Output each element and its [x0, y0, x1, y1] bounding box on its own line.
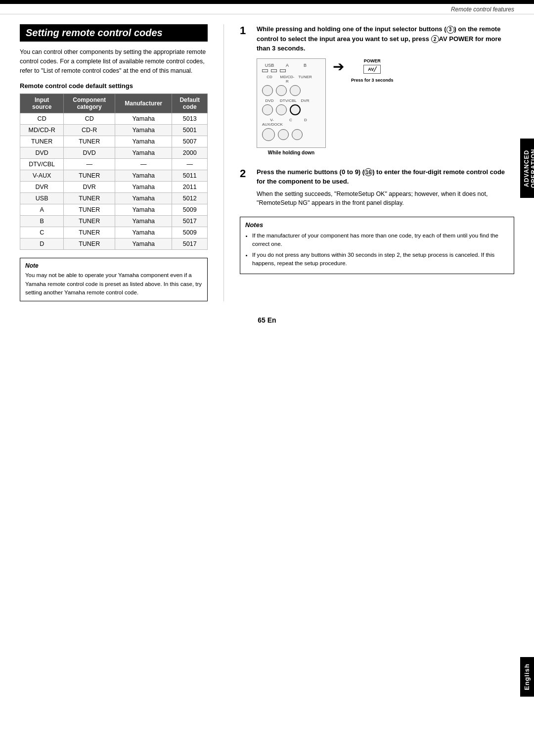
- note-text-left: You may not be able to operate your Yama…: [25, 271, 202, 297]
- step-2-subtext: When the setting succeeds, "RemoteSetup …: [257, 189, 514, 208]
- table-cell: A: [20, 204, 64, 216]
- table-cell: D: [20, 238, 64, 250]
- table-row: MD/CD-RCD-RYamaha5001: [20, 125, 208, 136]
- table-row: DVDDVDYamaha2000: [20, 147, 208, 159]
- circle-3: 3: [446, 26, 454, 34]
- left-column: Setting remote control codes You can con…: [20, 24, 208, 301]
- step-2-content: Press the numeric buttons (0 to 9) (16) …: [257, 167, 514, 208]
- table-row: ATUNERYamaha5009: [20, 204, 208, 216]
- top-bar: [0, 0, 534, 4]
- table-cell: DVD: [64, 147, 115, 159]
- table-cell: —: [172, 159, 208, 170]
- btn-a: [271, 69, 277, 72]
- row-labels-dvd: DVD DTV/CBL DVR: [262, 98, 320, 103]
- table-cell: 5012: [172, 193, 208, 204]
- table-cell: Yamaha: [115, 238, 172, 250]
- table-cell: DVD: [20, 147, 64, 159]
- table-cell: 5009: [172, 204, 208, 216]
- table-cell: Yamaha: [115, 204, 172, 216]
- step-1-text: While pressing and holding one of the in…: [257, 24, 514, 53]
- step-2: 2 Press the numeric buttons (0 to 9) (16…: [240, 167, 514, 208]
- btn-vaux: [262, 128, 275, 141]
- btn-dvr: [290, 104, 301, 115]
- table-cell: CD-R: [64, 125, 115, 136]
- table-cell: CD: [20, 113, 64, 125]
- row-labels-vaux: V-AUX/DOCK C D: [262, 118, 320, 127]
- remote-panel: USB A B CD: [257, 58, 326, 148]
- column-divider: [223, 24, 224, 301]
- btn-usb: [262, 69, 268, 72]
- table-cell: 5013: [172, 113, 208, 125]
- table-cell: CD: [64, 113, 115, 125]
- btn-md: [276, 85, 287, 96]
- btn-dtv: [276, 104, 287, 115]
- row-dvd-dtv-dvr: [262, 104, 320, 115]
- section-title: Setting remote control codes: [20, 24, 208, 42]
- table-cell: 2011: [172, 182, 208, 193]
- table-cell: MD/CD-R: [20, 125, 64, 136]
- notes-box-right: Notes If the manufacturer of your compon…: [240, 217, 514, 274]
- page-header: Remote control features: [0, 4, 534, 14]
- arrow-icon: ➔: [333, 58, 344, 75]
- intro-text: You can control other components by sett…: [20, 47, 208, 75]
- notes-title: Notes: [245, 221, 509, 229]
- row-usb-ab: [262, 69, 320, 72]
- btn-dvd: [262, 104, 273, 115]
- table-cell: DVR: [20, 182, 64, 193]
- table-cell: Yamaha: [115, 113, 172, 125]
- col-header-input: Inputsource: [20, 94, 64, 113]
- table-cell: USB: [20, 193, 64, 204]
- row-cd-md-tuner: [262, 85, 320, 96]
- table-cell: 2000: [172, 147, 208, 159]
- step-2-number: 2: [240, 167, 252, 208]
- table-cell: 5007: [172, 136, 208, 147]
- note-box-left: Note You may not be able to operate your…: [20, 258, 208, 301]
- step-2-text: Press the numeric buttons (0 to 9) (16) …: [257, 167, 514, 187]
- table-cell: DTV/CBL: [20, 159, 64, 170]
- table-cell: 5017: [172, 238, 208, 250]
- table-cell: TUNER: [64, 227, 115, 238]
- notes-list: If the manufacturer of your component ha…: [245, 232, 509, 268]
- note-title-left: Note: [25, 262, 202, 269]
- page-number: 65 En: [0, 311, 534, 334]
- table-row: USBTUNERYamaha5012: [20, 193, 208, 204]
- table-cell: TUNER: [64, 204, 115, 216]
- btn-c: [278, 129, 289, 140]
- col-header-manufacturer: Manufacturer: [115, 94, 172, 113]
- col-header-component: Componentcategory: [64, 94, 115, 113]
- row-vaux-cd: [262, 128, 320, 141]
- code-table: Inputsource Componentcategory Manufactur…: [20, 94, 208, 250]
- table-cell: 5011: [172, 170, 208, 182]
- step-1-content: While pressing and holding one of the in…: [257, 24, 514, 158]
- subsection-title: Remote control code default settings: [20, 82, 208, 90]
- right-column: 1 While pressing and holding one of the …: [240, 24, 514, 301]
- table-cell: V-AUX: [20, 170, 64, 182]
- power-panel: POWER AV╱ Press for 3 seconds: [351, 58, 394, 83]
- av-btn: AV╱: [363, 65, 381, 74]
- table-cell: TUNER: [64, 170, 115, 182]
- table-cell: Yamaha: [115, 125, 172, 136]
- press-label: Press for 3 seconds: [351, 78, 394, 83]
- while-holding-label: While holding down: [268, 150, 314, 155]
- step-1-number: 1: [240, 24, 252, 158]
- table-row: DTUNERYamaha5017: [20, 238, 208, 250]
- english-tab: English: [520, 657, 534, 697]
- table-cell: Yamaha: [115, 147, 172, 159]
- row-labels-usb: USB A B: [262, 63, 320, 68]
- btn-d: [292, 129, 303, 140]
- btn-b: [280, 69, 286, 72]
- circle-2: 2: [431, 35, 439, 43]
- table-cell: C: [20, 227, 64, 238]
- row-labels-cd: CD MD/CD-R TUNER: [262, 75, 320, 84]
- table-cell: Yamaha: [115, 193, 172, 204]
- table-cell: Yamaha: [115, 227, 172, 238]
- table-cell: —: [115, 159, 172, 170]
- table-cell: TUNER: [64, 193, 115, 204]
- table-cell: —: [64, 159, 115, 170]
- col-header-code: Defaultcode: [172, 94, 208, 113]
- note-item: If you do not press any buttons within 3…: [252, 251, 509, 268]
- main-content: Setting remote control codes You can con…: [0, 14, 534, 311]
- table-row: CTUNERYamaha5009: [20, 227, 208, 238]
- circle-16: 16: [364, 168, 372, 176]
- table-cell: 5001: [172, 125, 208, 136]
